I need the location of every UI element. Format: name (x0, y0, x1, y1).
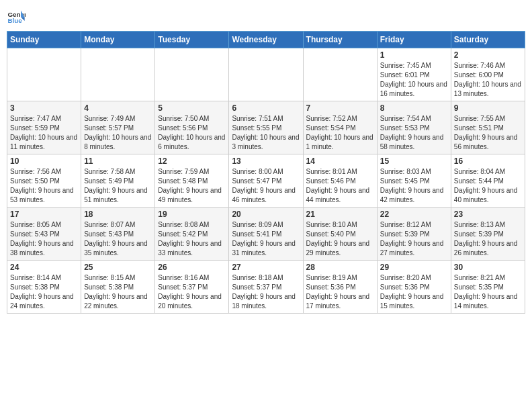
day-number: 5 (158, 103, 226, 113)
calendar-cell (81, 48, 155, 101)
calendar-cell: 24Sunrise: 8:14 AM Sunset: 5:38 PM Dayli… (7, 261, 81, 314)
day-number: 15 (380, 156, 448, 166)
day-number: 8 (380, 103, 448, 113)
day-info: Sunrise: 7:55 AM Sunset: 5:51 PM Dayligh… (454, 114, 522, 152)
calendar-cell (155, 48, 229, 101)
calendar-cell (7, 48, 81, 101)
calendar-cell: 18Sunrise: 8:07 AM Sunset: 5:43 PM Dayli… (81, 208, 155, 261)
day-info: Sunrise: 7:56 AM Sunset: 5:50 PM Dayligh… (10, 167, 78, 205)
day-info: Sunrise: 8:18 AM Sunset: 5:37 PM Dayligh… (232, 273, 300, 311)
day-number: 14 (306, 156, 374, 166)
day-info: Sunrise: 8:07 AM Sunset: 5:43 PM Dayligh… (84, 220, 152, 258)
day-info: Sunrise: 7:59 AM Sunset: 5:48 PM Dayligh… (158, 167, 226, 205)
day-number: 9 (454, 103, 522, 113)
calendar-cell: 21Sunrise: 8:10 AM Sunset: 5:40 PM Dayli… (303, 208, 377, 261)
day-info: Sunrise: 7:46 AM Sunset: 6:00 PM Dayligh… (454, 61, 522, 99)
svg-text:Blue: Blue (7, 17, 22, 24)
calendar-week-row: 3Sunrise: 7:47 AM Sunset: 5:59 PM Daylig… (7, 101, 525, 154)
calendar-week-row: 17Sunrise: 8:05 AM Sunset: 5:43 PM Dayli… (7, 208, 525, 261)
calendar-cell: 29Sunrise: 8:20 AM Sunset: 5:36 PM Dayli… (377, 261, 451, 314)
calendar-cell: 22Sunrise: 8:12 AM Sunset: 5:39 PM Dayli… (377, 208, 451, 261)
day-number: 28 (306, 263, 374, 272)
day-number: 1 (380, 50, 448, 60)
day-number: 10 (10, 156, 78, 166)
day-number: 13 (232, 156, 300, 166)
day-info: Sunrise: 7:52 AM Sunset: 5:54 PM Dayligh… (306, 114, 374, 152)
page-header: General Blue (7, 7, 525, 26)
day-info: Sunrise: 8:10 AM Sunset: 5:40 PM Dayligh… (306, 220, 374, 258)
day-info: Sunrise: 8:03 AM Sunset: 5:45 PM Dayligh… (380, 167, 448, 205)
day-info: Sunrise: 8:13 AM Sunset: 5:39 PM Dayligh… (454, 220, 522, 258)
logo-icon: General Blue (7, 7, 26, 26)
calendar-cell: 4Sunrise: 7:49 AM Sunset: 5:57 PM Daylig… (81, 101, 155, 154)
calendar-cell: 19Sunrise: 8:08 AM Sunset: 5:42 PM Dayli… (155, 208, 229, 261)
calendar-cell: 27Sunrise: 8:18 AM Sunset: 5:37 PM Dayli… (229, 261, 303, 314)
calendar-cell: 2Sunrise: 7:46 AM Sunset: 6:00 PM Daylig… (451, 48, 525, 101)
calendar-cell: 11Sunrise: 7:58 AM Sunset: 5:49 PM Dayli… (81, 154, 155, 208)
day-number: 21 (306, 210, 374, 219)
day-info: Sunrise: 8:15 AM Sunset: 5:38 PM Dayligh… (84, 273, 152, 311)
calendar-cell: 9Sunrise: 7:55 AM Sunset: 5:51 PM Daylig… (451, 101, 525, 154)
calendar-cell: 3Sunrise: 7:47 AM Sunset: 5:59 PM Daylig… (7, 101, 81, 154)
day-info: Sunrise: 8:21 AM Sunset: 5:35 PM Dayligh… (454, 273, 522, 311)
day-number: 23 (454, 210, 522, 219)
calendar-cell: 23Sunrise: 8:13 AM Sunset: 5:39 PM Dayli… (451, 208, 525, 261)
day-number: 3 (10, 103, 78, 113)
day-info: Sunrise: 7:47 AM Sunset: 5:59 PM Dayligh… (10, 114, 78, 152)
day-info: Sunrise: 8:16 AM Sunset: 5:37 PM Dayligh… (158, 273, 226, 311)
day-number: 22 (380, 210, 448, 219)
calendar-week-row: 10Sunrise: 7:56 AM Sunset: 5:50 PM Dayli… (7, 154, 525, 208)
calendar-cell: 20Sunrise: 8:09 AM Sunset: 5:41 PM Dayli… (229, 208, 303, 261)
day-info: Sunrise: 8:20 AM Sunset: 5:36 PM Dayligh… (380, 273, 448, 311)
calendar-cell: 12Sunrise: 7:59 AM Sunset: 5:48 PM Dayli… (155, 154, 229, 208)
day-info: Sunrise: 8:04 AM Sunset: 5:44 PM Dayligh… (454, 167, 522, 205)
day-info: Sunrise: 8:01 AM Sunset: 5:46 PM Dayligh… (306, 167, 374, 205)
day-info: Sunrise: 8:14 AM Sunset: 5:38 PM Dayligh… (10, 273, 78, 311)
day-number: 19 (158, 210, 226, 219)
calendar-table: SundayMondayTuesdayWednesdayThursdayFrid… (7, 31, 525, 314)
day-number: 16 (454, 156, 522, 166)
calendar-header-row: SundayMondayTuesdayWednesdayThursdayFrid… (7, 32, 525, 48)
calendar-cell: 28Sunrise: 8:19 AM Sunset: 5:36 PM Dayli… (303, 261, 377, 314)
weekday-header-monday: Monday (81, 32, 155, 48)
day-info: Sunrise: 7:54 AM Sunset: 5:53 PM Dayligh… (380, 114, 448, 152)
calendar-cell: 14Sunrise: 8:01 AM Sunset: 5:46 PM Dayli… (303, 154, 377, 208)
weekday-header-thursday: Thursday (303, 32, 377, 48)
day-info: Sunrise: 8:00 AM Sunset: 5:47 PM Dayligh… (232, 167, 300, 205)
day-info: Sunrise: 8:12 AM Sunset: 5:39 PM Dayligh… (380, 220, 448, 258)
weekday-header-sunday: Sunday (7, 32, 81, 48)
calendar-cell: 25Sunrise: 8:15 AM Sunset: 5:38 PM Dayli… (81, 261, 155, 314)
day-info: Sunrise: 8:08 AM Sunset: 5:42 PM Dayligh… (158, 220, 226, 258)
day-number: 2 (454, 50, 522, 60)
calendar-cell: 8Sunrise: 7:54 AM Sunset: 5:53 PM Daylig… (377, 101, 451, 154)
day-number: 4 (84, 103, 152, 113)
weekday-header-wednesday: Wednesday (229, 32, 303, 48)
day-number: 11 (84, 156, 152, 166)
calendar-cell (303, 48, 377, 101)
calendar-cell: 10Sunrise: 7:56 AM Sunset: 5:50 PM Dayli… (7, 154, 81, 208)
day-info: Sunrise: 8:05 AM Sunset: 5:43 PM Dayligh… (10, 220, 78, 258)
day-number: 25 (84, 263, 152, 272)
calendar-week-row: 1Sunrise: 7:45 AM Sunset: 6:01 PM Daylig… (7, 48, 525, 101)
day-info: Sunrise: 7:51 AM Sunset: 5:55 PM Dayligh… (232, 114, 300, 152)
day-number: 17 (10, 210, 78, 219)
weekday-header-saturday: Saturday (451, 32, 525, 48)
day-number: 26 (158, 263, 226, 272)
day-info: Sunrise: 7:58 AM Sunset: 5:49 PM Dayligh… (84, 167, 152, 205)
calendar-cell: 26Sunrise: 8:16 AM Sunset: 5:37 PM Dayli… (155, 261, 229, 314)
calendar-cell: 7Sunrise: 7:52 AM Sunset: 5:54 PM Daylig… (303, 101, 377, 154)
calendar-cell: 5Sunrise: 7:50 AM Sunset: 5:56 PM Daylig… (155, 101, 229, 154)
weekday-header-tuesday: Tuesday (155, 32, 229, 48)
logo: General Blue (7, 7, 28, 26)
day-info: Sunrise: 8:09 AM Sunset: 5:41 PM Dayligh… (232, 220, 300, 258)
calendar-week-row: 24Sunrise: 8:14 AM Sunset: 5:38 PM Dayli… (7, 261, 525, 314)
day-number: 24 (10, 263, 78, 272)
day-info: Sunrise: 7:50 AM Sunset: 5:56 PM Dayligh… (158, 114, 226, 152)
calendar-cell: 17Sunrise: 8:05 AM Sunset: 5:43 PM Dayli… (7, 208, 81, 261)
day-number: 18 (84, 210, 152, 219)
day-info: Sunrise: 7:49 AM Sunset: 5:57 PM Dayligh… (84, 114, 152, 152)
calendar-cell (229, 48, 303, 101)
day-number: 20 (232, 210, 300, 219)
calendar-cell: 13Sunrise: 8:00 AM Sunset: 5:47 PM Dayli… (229, 154, 303, 208)
calendar-cell: 30Sunrise: 8:21 AM Sunset: 5:35 PM Dayli… (451, 261, 525, 314)
